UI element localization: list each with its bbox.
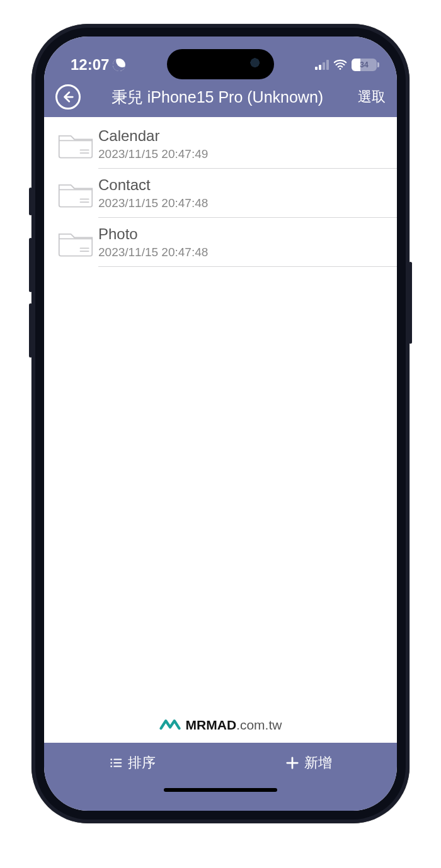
list-item[interactable]: Photo 2023/11/15 20:47:48 [44, 218, 397, 267]
dynamic-island [167, 49, 274, 79]
sort-label: 排序 [128, 753, 156, 772]
watermark: MRMAD.com.tw [44, 707, 397, 743]
add-button[interactable]: 新增 [220, 753, 397, 772]
battery-icon: 34 [352, 59, 377, 71]
plus-icon [285, 756, 299, 770]
list-item[interactable]: Contact 2023/11/15 20:47:48 [44, 169, 397, 218]
volume-up-button [29, 238, 32, 292]
cellular-signal-icon [315, 60, 329, 70]
volume-down-button [29, 303, 32, 358]
folder-name: Photo [98, 225, 387, 243]
folder-icon [53, 129, 98, 159]
battery-percent: 34 [360, 60, 368, 69]
power-button [409, 262, 412, 344]
bottom-toolbar: 排序 新增 [44, 743, 397, 783]
folder-name: Calendar [98, 127, 387, 145]
select-button[interactable]: 選取 [354, 87, 386, 106]
home-indicator[interactable] [164, 788, 277, 792]
add-label: 新增 [304, 753, 332, 772]
page-title: 秉兒 iPhone15 Pro (Unknown) [81, 87, 354, 108]
list-item[interactable]: Calendar 2023/11/15 20:47:49 [44, 120, 397, 169]
navigation-bar: 秉兒 iPhone15 Pro (Unknown) 選取 [44, 81, 397, 117]
folder-icon [53, 227, 98, 257]
folder-timestamp: 2023/11/15 20:47:48 [98, 196, 387, 210]
mrmad-logo-icon [159, 718, 181, 733]
sort-list-icon [109, 756, 123, 770]
mute-switch [29, 188, 32, 215]
back-arrow-icon [61, 90, 75, 104]
svg-point-3 [110, 765, 112, 767]
folder-list: Calendar 2023/11/15 20:47:49 Contact [44, 117, 397, 707]
watermark-text: MRMAD.com.tw [186, 718, 282, 733]
svg-point-2 [110, 762, 112, 764]
folder-timestamp: 2023/11/15 20:47:49 [98, 147, 387, 161]
phone-frame: 12:07 [32, 24, 410, 823]
folder-timestamp: 2023/11/15 20:47:48 [98, 245, 387, 259]
dnd-moon-icon [112, 57, 128, 73]
screen: 12:07 [44, 37, 397, 811]
svg-point-0 [340, 68, 341, 70]
status-time: 12:07 [71, 56, 109, 74]
home-indicator-area [44, 783, 397, 811]
wifi-icon [333, 58, 347, 72]
back-button[interactable] [55, 84, 81, 110]
sort-button[interactable]: 排序 [44, 753, 220, 772]
svg-point-1 [110, 758, 112, 760]
folder-icon [53, 178, 98, 208]
folder-name: Contact [98, 176, 387, 194]
